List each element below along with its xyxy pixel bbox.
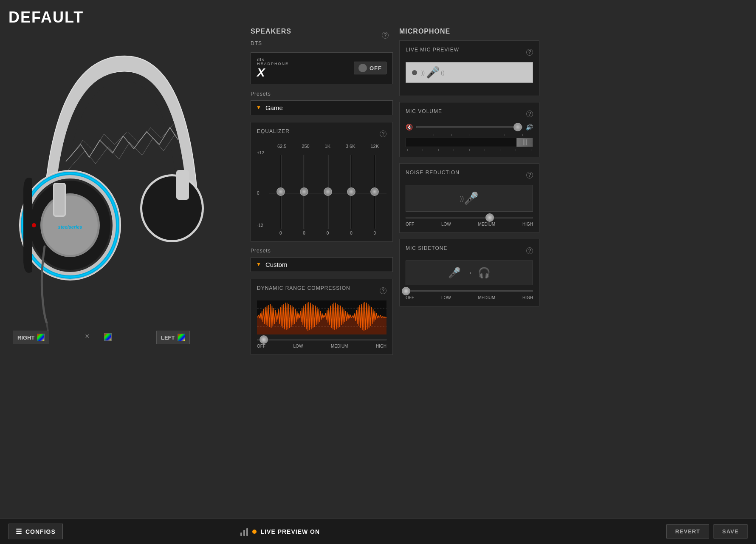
eq-val-2: 0: [303, 231, 305, 235]
eq-dropdown-arrow: ▼: [256, 261, 261, 267]
mic-panel-title: MICROPHONE: [399, 28, 539, 35]
sidetone-off-label: OFF: [406, 295, 414, 300]
eq-presets-row: Presets ▼ Custom: [251, 248, 393, 272]
speakers-presets-row: Presets ▼ Game: [251, 91, 393, 115]
nr-slider-labels: OFF LOW MEDIUM HIGH: [406, 222, 533, 227]
dts-x-text: X: [257, 66, 289, 79]
sidetone-slider-thumb[interactable]: [402, 287, 410, 295]
save-button[interactable]: SAVE: [714, 524, 748, 538]
sidetone-help[interactable]: ?: [526, 247, 533, 254]
handle-lines: [523, 139, 527, 145]
sidetone-arrow: →: [466, 269, 473, 277]
nr-wave-left: )): [460, 195, 464, 202]
eq-thumb-2[interactable]: [300, 187, 308, 196]
mic-volume-thumb[interactable]: [513, 123, 522, 131]
action-buttons: REVERT SAVE: [666, 524, 748, 538]
mic-volume-ticks: [406, 134, 533, 136]
mic-volume-header: MIC VOLUME ?: [406, 108, 533, 119]
live-mic-preview-section: LIVE MIC PREVIEW ? )) 🎤 ((: [399, 40, 539, 96]
eq-bar-2[interactable]: 0: [294, 150, 313, 235]
mic-volume-slider-row: 🔇 🔊: [406, 124, 533, 130]
eq-bar-3[interactable]: 0: [318, 150, 337, 235]
live-orange-dot: [252, 530, 257, 534]
eq-band-labels: 62.5 250 1K 3.6K 12K: [257, 144, 386, 149]
eq-thumb-3[interactable]: [324, 187, 332, 196]
nr-slider-thumb[interactable]: [485, 213, 494, 222]
presets-label: Presets: [251, 91, 393, 97]
dts-logo: dts HEADPHONE X: [257, 57, 289, 79]
dts-toggle-box[interactable]: dts HEADPHONE X OFF: [251, 52, 393, 84]
eq-bar-5[interactable]: 0: [365, 150, 384, 235]
live-indicator-icon: [240, 527, 248, 536]
drc-slider-track[interactable]: [257, 339, 386, 340]
dropdown-arrow: ▼: [256, 105, 261, 110]
eq-presets-dropdown[interactable]: ▼ Custom: [251, 257, 393, 272]
eq-y-axis: +12 0 -12: [257, 150, 269, 235]
drc-help[interactable]: ?: [380, 287, 386, 294]
mic-wave-left: )): [421, 70, 425, 76]
noise-reduction-section: NOISE REDUCTION ? )) 🎤 OFF LOW MEDIUM HI…: [399, 163, 539, 233]
noise-reduction-title: NOISE REDUCTION: [406, 170, 460, 176]
eq-band-4: 3.6K: [346, 144, 355, 149]
live-preview-header: LIVE MIC PREVIEW ?: [406, 47, 533, 58]
eq-track-5: [374, 155, 375, 229]
channel-right-label[interactable]: RIGHT: [13, 331, 49, 344]
noise-reduction-header: NOISE REDUCTION ?: [406, 170, 533, 181]
eq-presets-label: Presets: [251, 248, 393, 254]
mic-volume-bar[interactable]: [406, 138, 533, 147]
svg-point-9: [32, 223, 36, 227]
revert-button[interactable]: REVERT: [666, 524, 709, 538]
dts-off-toggle[interactable]: OFF: [354, 62, 386, 74]
nr-slider-track[interactable]: [406, 217, 533, 218]
eq-presets-value: Custom: [265, 261, 288, 268]
mic-icon: 🎤: [426, 66, 440, 79]
eq-val-3: 0: [327, 231, 329, 235]
drc-low-label: LOW: [293, 344, 303, 348]
eq-bar-4[interactable]: 0: [341, 150, 361, 235]
dts-help[interactable]: ?: [382, 32, 389, 39]
mic-volume-handle[interactable]: [516, 138, 533, 147]
sidetone-title: MIC SIDETONE: [406, 245, 447, 251]
tick: [407, 149, 408, 151]
tick: [451, 134, 452, 136]
mic-volume-title: MIC VOLUME: [406, 108, 442, 114]
mic-activity-dot: [412, 70, 417, 75]
mic-wave-right: ((: [441, 70, 444, 76]
sidetone-headphone-icon: 🎧: [478, 267, 491, 279]
eq-val-4: 0: [350, 231, 353, 235]
mic-volume-help[interactable]: ?: [526, 110, 533, 117]
tick: [505, 134, 505, 136]
presets-dropdown[interactable]: ▼ Game: [251, 100, 393, 115]
eq-bars-area: 0 0 0: [269, 150, 386, 235]
sidetone-slider-track[interactable]: [406, 290, 533, 292]
live-preview-help[interactable]: ?: [526, 49, 533, 56]
eq-track-3: [327, 155, 329, 229]
tick: [454, 149, 454, 151]
center-color-swatch: [104, 333, 112, 341]
noise-reduction-help[interactable]: ?: [526, 172, 533, 178]
mic-volume-track[interactable]: [416, 126, 522, 128]
tick: [485, 149, 485, 151]
tick: [469, 134, 469, 136]
eq-thumb-1[interactable]: [276, 187, 285, 196]
noise-reduction-icon-box[interactable]: )) 🎤: [406, 185, 533, 212]
sidetone-medium-label: MEDIUM: [478, 295, 496, 300]
sidetone-header: MIC SIDETONE ?: [406, 245, 533, 256]
live-preview-title: LIVE MIC PREVIEW: [406, 47, 459, 53]
drc-header: DYNAMIC RANGE COMPRESSION ?: [257, 285, 386, 296]
drc-section: DYNAMIC RANGE COMPRESSION ? OFF LOW: [251, 279, 393, 355]
sidetone-slider-labels: OFF LOW MEDIUM HIGH: [406, 295, 533, 300]
eq-thumb-4[interactable]: [347, 187, 355, 196]
live-preview-text: LIVE PREVIEW ON: [261, 528, 320, 535]
eq-bar-1[interactable]: 0: [271, 150, 290, 235]
eq-help[interactable]: ?: [380, 130, 386, 137]
nr-mic-icon: 🎤: [464, 191, 479, 205]
sidetone-low-label: LOW: [441, 295, 451, 300]
sidetone-icon-box[interactable]: 🎤 → 🎧: [406, 261, 533, 285]
channel-left-label[interactable]: LEFT: [156, 331, 190, 344]
configs-button[interactable]: ☰ CONFIGS: [8, 524, 63, 539]
drc-slider-thumb[interactable]: [260, 335, 268, 344]
eq-thumb-5[interactable]: [370, 187, 379, 196]
drc-high-label: HIGH: [376, 344, 386, 348]
mic-sidetone-section: MIC SIDETONE ? 🎤 → 🎧 OFF LOW MEDIUM HIGH: [399, 239, 539, 306]
